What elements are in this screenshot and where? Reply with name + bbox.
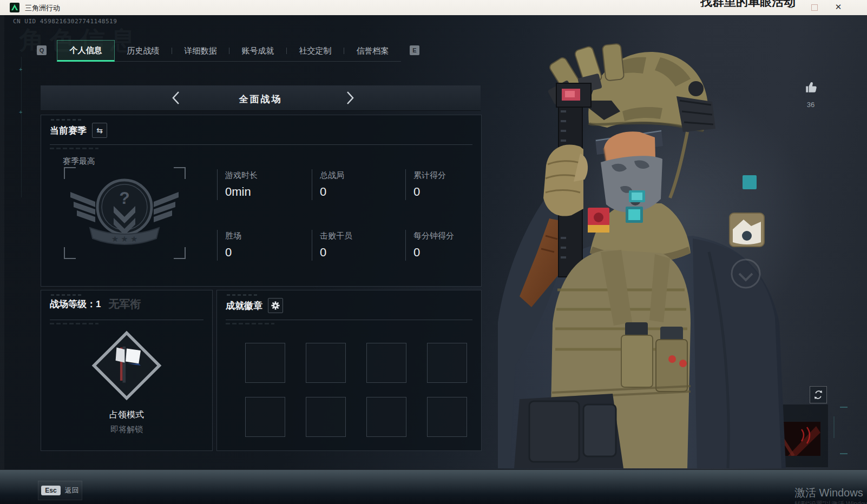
panel-decor [50,148,98,149]
divider [50,320,203,320]
carousel-mode-title: 全面战场 [41,93,481,105]
stat-total-score: 累计得分0 [405,169,478,200]
occupation-mode-icon[interactable] [91,326,162,405]
stat-play-time: 游戏时长0min [217,169,290,200]
badge-slot[interactable] [427,343,467,383]
tab-social-custom[interactable]: 社交定制 [287,40,344,62]
stat-score-per-minute: 每分钟得分0 [405,230,478,261]
maximize-button[interactable] [805,0,824,15]
stat-wins: 胜场0 [217,230,290,261]
badge-slot[interactable] [245,343,285,383]
thumbs-up-icon [803,80,818,95]
divider [226,320,472,320]
swap-icon: ⇆ [96,126,103,135]
tab-detailed-data[interactable]: 详细数据 [172,40,229,62]
tab-history[interactable]: 历史战绩 [115,40,172,62]
likes-widget[interactable]: 36 [800,80,822,109]
swap-season-button[interactable]: ⇆ [92,123,107,138]
window-title: 三角洲行动 [25,3,60,13]
rank-stars-icon: ★ ★ ★ [111,234,138,243]
left-edge-strip [0,15,4,469]
current-season-panel: 当前赛季 ⇆ 赛季最高 ? ★ ★ ★ 无军衔 游戏 [41,115,482,287]
decor-cross: + [19,67,22,72]
back-label: 返回 [65,486,79,495]
level-panel-title: 战场等级：1 [50,298,101,310]
tab-account-achievements[interactable]: 账号成就 [229,40,286,62]
carousel-next-arrow[interactable] [341,90,357,105]
app-logo-icon [10,3,19,12]
activate-windows-watermark-line2: 转到“设置”以激活 Windows。 [794,500,867,504]
rank-frame: ? ★ ★ ★ [64,167,186,259]
mode-name: 占领模式 [41,409,212,421]
esc-keycap: Esc [41,486,60,495]
close-button[interactable]: ✕ [829,0,848,15]
decor-cross: + [19,110,22,115]
prev-tab-key[interactable]: Q [37,45,47,55]
decor-dash [840,407,848,408]
badge-slot[interactable] [306,343,346,383]
badge-settings-button[interactable] [268,298,283,313]
panel-decor [227,294,257,296]
profile-tab-bar: Q 个人信息 历史战绩 详细数据 账号成就 社交定制 信誉档案 E [32,40,428,62]
battlefield-level-panel: 战场等级：1 占领模式 即将解锁 [41,290,213,451]
season-best-label: 赛季最高 [63,156,95,167]
badge-slot[interactable] [427,397,467,437]
panel-decor [51,294,81,296]
stat-operators-defeated: 击败干员0 [312,230,385,261]
refresh-icon [812,389,824,401]
back-button[interactable]: Esc 返回 [38,481,82,500]
panel-decor [51,119,81,121]
badges-panel-title: 成就徽章 [226,300,262,312]
badge-slot[interactable] [366,397,406,437]
tab-personal-info[interactable]: 个人信息 [57,40,115,62]
footer-bar: Esc 返回 激活 Windows 转到“设置”以激活 Windows。 [0,469,867,504]
panel-decor [50,323,98,324]
achievement-badges-panel: 成就徽章 [216,290,482,451]
mode-carousel: 全面战场 [41,85,481,111]
likes-count: 36 [800,101,822,109]
badge-slot[interactable] [366,343,406,383]
refresh-model-button[interactable] [810,386,827,403]
stat-total-matches: 总战局0 [312,169,385,200]
badge-slot[interactable] [245,397,285,437]
mode-unlock-status: 即将解锁 [41,425,212,435]
rank-unknown-symbol: ? [119,188,130,208]
panel-decor [226,323,274,324]
rank-emblem-icon: ? ★ ★ ★ [68,168,181,255]
character-model [498,19,790,468]
gear-icon [271,301,280,310]
divider [50,144,472,145]
game-window: + + 三角洲行动 – ✕ 找群里的单眼活动 CN UID 4598216302… [0,0,867,504]
activate-windows-watermark: 激活 Windows [794,486,863,500]
badge-slot[interactable] [306,397,346,437]
decor-dash [840,453,848,454]
season-panel-title: 当前赛季 [50,124,87,137]
next-tab-key[interactable]: E [410,45,419,55]
decor-dash [833,416,835,438]
tab-reputation[interactable]: 信誉档案 [344,40,401,62]
left-decor-line [21,57,22,197]
overlapping-window-text: 找群里的单眼活动 [700,0,801,7]
